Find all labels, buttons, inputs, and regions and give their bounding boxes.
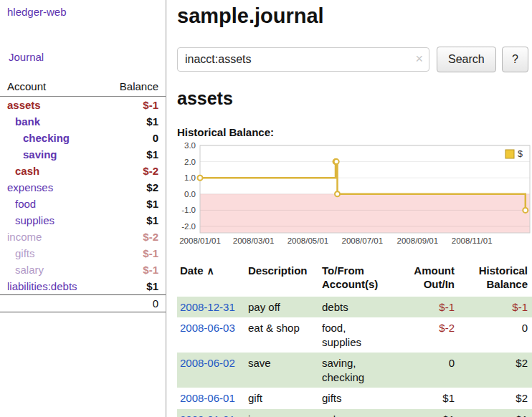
transaction-date-link[interactable]: 2008-06-01 — [180, 392, 235, 404]
account-link[interactable]: cash — [7, 165, 39, 177]
transaction-accounts: gifts — [319, 388, 391, 409]
svg-text:2008/05/01: 2008/05/01 — [288, 236, 329, 245]
app-title-link[interactable]: hledger-web — [0, 6, 166, 18]
account-cell: gifts — [0, 245, 102, 262]
transaction-balance: $1 — [459, 409, 532, 417]
transaction-date-cell: 2008-06-03 — [177, 317, 245, 353]
account-row: saving$1 — [0, 146, 166, 163]
account-cell: salary — [0, 262, 102, 278]
transaction-row: 2008-06-02savesaving, checking0$2 — [177, 353, 532, 388]
clear-search-icon[interactable]: × — [415, 52, 423, 66]
transaction-date-link[interactable]: 2008-12-31 — [180, 301, 235, 313]
transaction-description: eat & shop — [245, 317, 319, 353]
account-row: income$-2 — [0, 229, 166, 245]
account-cell: cash — [0, 163, 102, 179]
transaction-row: 2008-06-01giftgifts$1$2 — [177, 388, 532, 409]
account-row: gifts$-1 — [0, 245, 166, 262]
account-link[interactable]: salary — [7, 264, 44, 276]
account-cell: assets — [0, 97, 102, 114]
transaction-row: 2008-12-31pay offdebts$-1$-1 — [177, 297, 532, 318]
chart-canvas: 3.02.01.00.0-1.0-2.02008/01/012008/03/01… — [177, 143, 532, 251]
account-balance: $1 — [102, 196, 166, 212]
sort-ascending-icon: ∧ — [207, 265, 214, 277]
svg-text:-2.0: -2.0 — [181, 222, 196, 231]
transaction-date-cell: 2008-12-31 — [177, 297, 245, 318]
register-header-row: Date∧ Description To/From Account(s) Amo… — [177, 263, 532, 297]
account-row: liabilities:debts$1 — [0, 278, 166, 295]
svg-text:0.0: 0.0 — [184, 190, 196, 198]
transaction-balance: $2 — [459, 388, 532, 409]
transaction-date-link[interactable]: 2008-01-01 — [180, 413, 235, 417]
account-link[interactable]: liabilities:debts — [7, 280, 77, 292]
account-balance: $-1 — [102, 245, 166, 262]
account-link[interactable]: saving — [7, 148, 57, 160]
account-link[interactable]: gifts — [7, 247, 35, 259]
svg-text:$: $ — [518, 149, 523, 159]
accounts-header-balance: Balance — [102, 77, 166, 97]
account-link[interactable]: supplies — [7, 214, 54, 226]
account-cell: checking — [0, 130, 102, 146]
svg-text:1.0: 1.0 — [184, 173, 196, 182]
register-header-description: Description — [245, 263, 319, 297]
transaction-date-cell: 2008-06-01 — [177, 388, 245, 409]
transaction-date-link[interactable]: 2008-06-03 — [180, 322, 235, 334]
account-balance: $-1 — [102, 262, 166, 278]
account-cell: income — [0, 229, 102, 245]
account-cell: expenses — [0, 179, 102, 196]
account-row: expenses$2 — [0, 179, 166, 196]
accounts-header-account: Account — [0, 77, 102, 97]
register-table: Date∧ Description To/From Account(s) Amo… — [177, 263, 532, 417]
account-link[interactable]: bank — [7, 115, 40, 128]
svg-text:3.0: 3.0 — [184, 143, 196, 150]
help-button[interactable]: ? — [502, 47, 528, 72]
account-balance: 0 — [102, 130, 166, 146]
account-balance: $-2 — [102, 163, 166, 179]
transaction-date-cell: 2008-01-01 — [177, 409, 245, 417]
accounts-header-row: Account Balance — [0, 77, 166, 97]
account-balance: $1 — [102, 113, 166, 130]
account-cell: saving — [0, 146, 102, 163]
svg-text:2008/07/01: 2008/07/01 — [341, 236, 383, 245]
register-header-balance: Historical Balance — [459, 263, 532, 297]
account-balance: $-1 — [102, 97, 166, 114]
page-title: sample.journal — [177, 4, 528, 28]
transaction-amount: $-1 — [391, 297, 459, 318]
transaction-description: gift — [245, 388, 319, 409]
historical-balance-chart: 3.02.01.00.0-1.0-2.02008/01/012008/03/01… — [177, 143, 528, 254]
transaction-amount: 0 — [391, 353, 459, 388]
sidebar-item-journal[interactable]: Journal — [0, 51, 166, 63]
transaction-accounts: salary — [319, 409, 391, 417]
account-link[interactable]: assets — [7, 99, 41, 111]
account-row: checking0 — [0, 130, 166, 146]
transaction-date-cell: 2008-06-02 — [177, 353, 245, 388]
svg-text:2008/01/01: 2008/01/01 — [179, 236, 221, 245]
search-box: × — [177, 47, 429, 72]
register-header-accounts: To/From Account(s) — [319, 263, 391, 297]
transaction-amount: $1 — [391, 388, 459, 409]
account-link[interactable]: income — [7, 231, 42, 243]
transaction-row: 2008-01-01incomesalary$1$1 — [177, 409, 532, 417]
account-balance: $2 — [102, 179, 166, 196]
transaction-balance: 0 — [459, 317, 532, 353]
transaction-amount: $-2 — [391, 317, 459, 353]
account-cell: liabilities:debts — [0, 278, 102, 295]
account-link[interactable]: expenses — [7, 181, 53, 193]
account-balance: $1 — [102, 278, 166, 295]
svg-text:2008/03/01: 2008/03/01 — [233, 236, 275, 245]
transaction-description: save — [245, 353, 319, 388]
svg-text:-1.0: -1.0 — [181, 206, 196, 214]
account-cell: bank — [0, 113, 102, 130]
register-header-date[interactable]: Date∧ — [177, 263, 245, 297]
account-balance: $1 — [102, 146, 166, 163]
account-row: assets$-1 — [0, 97, 166, 114]
transaction-row: 2008-06-03eat & shopfood, supplies$-20 — [177, 317, 532, 353]
account-row: food$1 — [0, 196, 166, 212]
account-row: bank$1 — [0, 113, 166, 130]
transaction-balance: $2 — [459, 353, 532, 388]
transaction-date-link[interactable]: 2008-06-02 — [180, 357, 235, 369]
main-content: sample.journal × Search ? assets Histori… — [167, 0, 532, 417]
search-input[interactable] — [177, 47, 429, 72]
account-link[interactable]: checking — [7, 132, 70, 144]
search-button[interactable]: Search — [437, 47, 496, 72]
account-link[interactable]: food — [7, 198, 36, 210]
